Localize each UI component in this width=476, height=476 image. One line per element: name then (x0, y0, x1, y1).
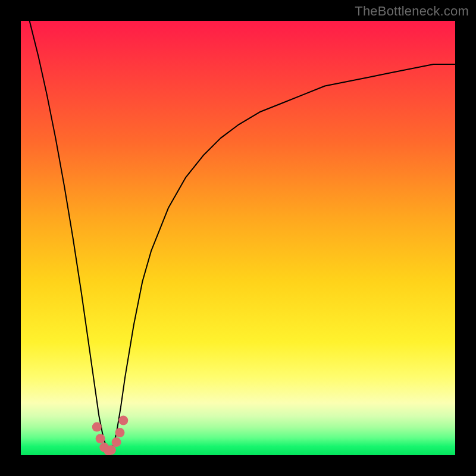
bottleneck-curve (30, 21, 455, 451)
svg-point-1 (96, 434, 105, 443)
curve-svg (21, 21, 455, 455)
svg-point-4 (107, 445, 116, 455)
plot-area (21, 21, 455, 455)
svg-point-5 (112, 437, 121, 447)
chart-frame: TheBottleneck.com (0, 0, 476, 476)
svg-point-0 (92, 422, 102, 432)
curve-dots (92, 416, 129, 455)
svg-point-6 (115, 428, 124, 437)
watermark-text: TheBottleneck.com (355, 4, 469, 19)
svg-point-7 (118, 416, 128, 425)
